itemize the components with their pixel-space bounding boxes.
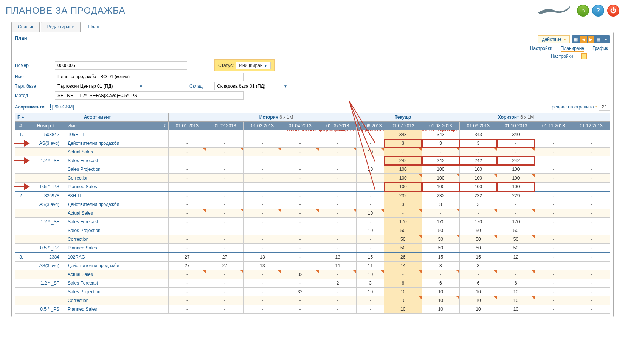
data-cell[interactable]: 340 — [497, 130, 535, 139]
data-cell[interactable]: 13 — [243, 252, 281, 262]
data-cell[interactable]: - — [319, 209, 357, 218]
data-cell[interactable]: - — [572, 270, 610, 279]
data-cell[interactable]: - — [572, 183, 610, 192]
data-cell[interactable]: - — [168, 183, 206, 192]
data-cell[interactable]: - — [535, 165, 572, 174]
data-cell[interactable]: - — [319, 156, 357, 165]
data-cell[interactable]: - — [206, 209, 244, 218]
data-cell[interactable]: 242 — [422, 156, 460, 165]
data-cell[interactable]: - — [243, 174, 281, 183]
data-cell[interactable]: - — [281, 139, 319, 148]
data-cell[interactable]: - — [168, 165, 206, 174]
data-cell[interactable]: - — [357, 244, 384, 253]
col-month[interactable]: 01.04.2013 — [281, 122, 319, 130]
col-month[interactable]: 01.03.2013 — [243, 122, 281, 130]
data-cell[interactable]: 10 — [497, 288, 535, 296]
data-cell[interactable]: - — [497, 270, 535, 279]
nav-dropdown-icon[interactable]: ▾ — [603, 36, 609, 43]
data-cell[interactable]: - — [168, 139, 206, 148]
data-cell[interactable]: - — [281, 218, 319, 226]
data-cell[interactable]: - — [281, 174, 319, 183]
item-name[interactable]: 105R TL — [65, 130, 169, 139]
data-cell[interactable]: 3 — [422, 139, 460, 148]
col-month[interactable]: 01.10.2013 — [497, 122, 535, 130]
data-cell[interactable]: - — [535, 252, 572, 262]
data-cell[interactable]: - — [572, 279, 610, 288]
data-cell[interactable]: 100 — [384, 183, 422, 192]
data-cell[interactable]: - — [243, 270, 281, 279]
power-icon[interactable]: ⏻ — [607, 5, 619, 17]
data-cell[interactable]: - — [206, 288, 244, 296]
data-cell[interactable]: 12 — [497, 252, 535, 262]
data-cell[interactable]: - — [281, 252, 319, 262]
data-cell[interactable]: 50 — [497, 226, 535, 235]
row-actual-sales[interactable]: Actual Sales — [65, 270, 169, 279]
data-cell[interactable]: - — [572, 139, 610, 148]
data-cell[interactable]: - — [572, 130, 610, 139]
action-button[interactable]: действие» — [538, 35, 570, 43]
data-cell[interactable]: 50 — [459, 244, 497, 253]
data-cell[interactable]: - — [281, 262, 319, 270]
col-month[interactable]: 01.12.2013 — [572, 122, 610, 130]
data-cell[interactable]: - — [168, 244, 206, 253]
input-number[interactable] — [55, 61, 187, 70]
data-cell[interactable]: - — [281, 191, 319, 200]
data-cell[interactable]: - — [206, 235, 244, 244]
row-sales-forecast[interactable]: Sales Forecast — [65, 218, 169, 226]
data-cell[interactable]: - — [535, 296, 572, 305]
data-cell[interactable]: - — [422, 270, 460, 279]
data-cell[interactable]: - — [243, 279, 281, 288]
data-cell[interactable]: - — [168, 288, 206, 296]
data-cell[interactable]: 27 — [206, 262, 244, 270]
col-number[interactable]: Номер⇕ — [26, 122, 65, 130]
data-cell[interactable]: - — [357, 200, 384, 209]
data-cell[interactable]: - — [572, 218, 610, 226]
data-cell[interactable]: 232 — [422, 191, 460, 200]
data-cell[interactable]: - — [572, 165, 610, 174]
data-cell[interactable]: - — [357, 218, 384, 226]
data-cell[interactable]: 170 — [422, 218, 460, 226]
data-cell[interactable]: 10 — [422, 296, 460, 305]
data-cell[interactable]: 13 — [319, 252, 357, 262]
data-cell[interactable]: 100 — [459, 165, 497, 174]
data-cell[interactable]: - — [168, 305, 206, 314]
data-cell[interactable]: 3 — [422, 200, 460, 209]
data-cell[interactable]: 242 — [384, 156, 422, 165]
data-cell[interactable]: - — [206, 279, 244, 288]
data-cell[interactable]: - — [243, 226, 281, 235]
link-settings2[interactable]: Настройки — [551, 54, 573, 59]
data-cell[interactable]: - — [281, 200, 319, 209]
data-cell[interactable]: - — [281, 165, 319, 174]
data-cell[interactable]: - — [281, 209, 319, 218]
data-cell[interactable]: - — [384, 270, 422, 279]
data-cell[interactable]: - — [497, 148, 535, 156]
data-cell[interactable]: - — [535, 226, 572, 235]
data-cell[interactable]: - — [357, 235, 384, 244]
data-cell[interactable]: - — [281, 305, 319, 314]
data-cell[interactable]: - — [535, 209, 572, 218]
data-cell[interactable]: - — [535, 244, 572, 253]
data-cell[interactable]: - — [422, 209, 460, 218]
data-cell[interactable]: - — [497, 200, 535, 209]
data-cell[interactable]: - — [168, 156, 206, 165]
data-cell[interactable]: 14 — [384, 262, 422, 270]
data-cell[interactable]: - — [281, 235, 319, 244]
data-cell[interactable]: - — [319, 139, 357, 148]
col-name[interactable]: Име⇕ — [65, 122, 169, 130]
data-cell[interactable]: 343 — [459, 130, 497, 139]
link-chart[interactable]: График — [592, 46, 608, 51]
data-cell[interactable]: 100 — [497, 174, 535, 183]
data-cell[interactable]: - — [281, 156, 319, 165]
data-cell[interactable]: 6 — [384, 279, 422, 288]
data-cell[interactable]: 232 — [384, 191, 422, 200]
data-cell[interactable]: - — [572, 244, 610, 253]
data-cell[interactable]: 3 — [459, 200, 497, 209]
col-month[interactable]: 01.11.2013 — [535, 122, 572, 130]
data-cell[interactable]: - — [206, 165, 244, 174]
data-cell[interactable]: - — [422, 148, 460, 156]
data-cell[interactable]: - — [572, 156, 610, 165]
data-cell[interactable]: 50 — [497, 244, 535, 253]
data-cell[interactable]: - — [243, 200, 281, 209]
settings-checkbox[interactable] — [581, 53, 587, 59]
data-cell[interactable]: - — [281, 296, 319, 305]
